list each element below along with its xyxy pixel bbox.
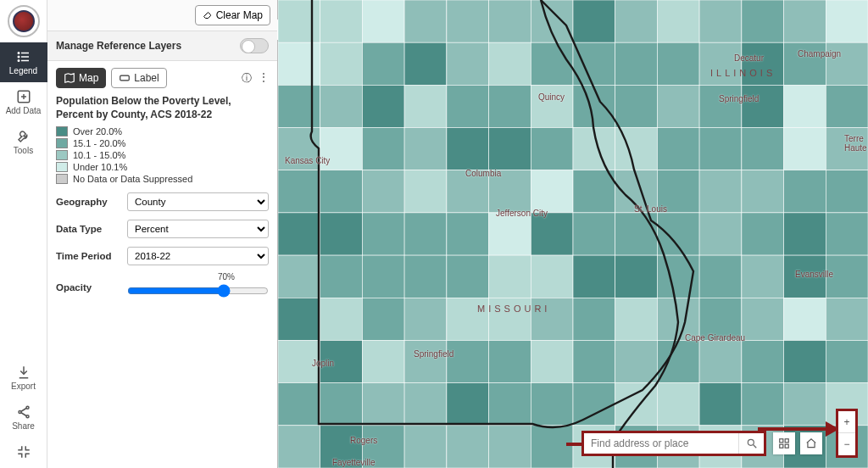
svg-rect-90: [531, 213, 573, 255]
svg-rect-65: [657, 128, 699, 170]
svg-rect-71: [320, 170, 363, 213]
svg-rect-99: [320, 255, 363, 298]
more-icon[interactable]: ⋮: [259, 71, 269, 86]
svg-rect-68: [784, 128, 826, 170]
svg-rect-61: [489, 128, 531, 170]
rail-share[interactable]: Share: [0, 398, 47, 437]
svg-rect-69: [826, 128, 868, 170]
svg-rect-49: [573, 85, 615, 127]
svg-rect-146: [531, 383, 573, 426]
rail-add-data[interactable]: Add Data: [0, 82, 47, 122]
legend-item: No Data or Data Suppressed: [56, 174, 269, 184]
legend-label: 15.1 - 20.0%: [73, 138, 125, 148]
svg-rect-101: [404, 255, 447, 298]
svg-rect-47: [489, 85, 531, 127]
svg-point-5: [18, 60, 19, 62]
svg-rect-83: [826, 170, 868, 213]
svg-rect-125: [826, 298, 868, 340]
svg-point-168: [748, 439, 754, 445]
zoom-in-button[interactable]: +: [838, 411, 855, 433]
search-button[interactable]: [738, 433, 764, 454]
svg-rect-137: [742, 341, 784, 383]
time-period-select[interactable]: 2018-22: [127, 247, 269, 265]
svg-rect-62: [531, 128, 573, 170]
svg-rect-152: [784, 383, 826, 426]
map-canvas[interactable]: MISSOURIILLINOIS Kansas CityColumbiaJeff…: [278, 0, 868, 468]
zoom-out-button[interactable]: −: [838, 433, 855, 455]
rail-tools[interactable]: Tools: [0, 122, 47, 162]
svg-rect-142: [362, 383, 404, 426]
svg-rect-67: [742, 128, 784, 170]
svg-rect-115: [404, 298, 447, 340]
app-logo: [8, 5, 40, 37]
label-tab-label: Label: [134, 72, 159, 84]
svg-rect-23: [657, 0, 699, 42]
svg-rect-88: [447, 213, 489, 255]
svg-rect-55: [826, 85, 868, 127]
svg-rect-157: [404, 426, 447, 468]
opacity-slider[interactable]: [127, 284, 269, 298]
svg-rect-77: [573, 170, 615, 213]
svg-rect-134: [615, 341, 658, 383]
svg-rect-105: [573, 255, 615, 298]
svg-rect-27: [826, 0, 868, 42]
opacity-label: Opacity: [56, 282, 127, 292]
svg-rect-100: [362, 255, 404, 298]
svg-rect-133: [573, 341, 615, 383]
svg-rect-95: [742, 213, 784, 255]
opacity-value: 70%: [218, 272, 235, 281]
svg-rect-171: [785, 439, 788, 443]
manage-layers-label: Manage Reference Layers: [56, 40, 181, 52]
rail-legend-label: Legend: [9, 66, 37, 75]
svg-rect-75: [489, 170, 531, 213]
svg-rect-124: [784, 298, 826, 340]
svg-rect-113: [320, 298, 363, 340]
svg-rect-70: [278, 170, 320, 213]
svg-rect-119: [573, 298, 615, 340]
legend-swatch: [56, 138, 68, 148]
svg-rect-144: [447, 383, 489, 426]
svg-rect-97: [826, 213, 868, 255]
svg-rect-103: [489, 255, 531, 298]
svg-rect-151: [742, 383, 784, 426]
svg-rect-37: [657, 42, 699, 85]
home-extent-button[interactable]: [800, 432, 822, 454]
svg-rect-38: [699, 42, 742, 85]
clear-map-button[interactable]: Clear Map: [195, 5, 270, 25]
manage-layers-toggle[interactable]: [240, 38, 269, 53]
svg-rect-117: [489, 298, 531, 340]
clear-map-label: Clear Map: [216, 9, 263, 21]
rail-export[interactable]: Export: [0, 358, 47, 398]
panel-body: Map Label ⓘ ⋮ Population Below the Pover…: [47, 61, 277, 307]
geography-select[interactable]: County: [127, 192, 269, 211]
plus-square-icon: [16, 89, 31, 104]
svg-rect-73: [404, 170, 447, 213]
rail-collapse[interactable]: [0, 437, 47, 468]
svg-rect-12: [120, 75, 130, 81]
label-icon: [119, 72, 131, 84]
svg-rect-116: [447, 298, 489, 340]
svg-rect-158: [447, 426, 489, 468]
rail-tools-label: Tools: [14, 146, 33, 155]
svg-rect-132: [531, 341, 573, 383]
data-type-select[interactable]: Percent: [127, 220, 269, 238]
svg-rect-110: [784, 255, 826, 298]
legend-panel: Clear Map Manage Reference Layers Map La…: [47, 0, 278, 468]
svg-rect-141: [320, 383, 363, 426]
rail-legend[interactable]: Legend: [0, 42, 47, 82]
grid-icon: [778, 437, 790, 449]
label-tab[interactable]: Label: [111, 68, 166, 88]
svg-rect-15: [320, 0, 363, 42]
map-tab[interactable]: Map: [56, 68, 106, 88]
svg-rect-33: [489, 42, 531, 85]
svg-rect-59: [404, 128, 447, 170]
info-icon[interactable]: ⓘ: [242, 71, 252, 86]
svg-rect-109: [742, 255, 784, 298]
basemap-gallery-button[interactable]: [773, 432, 795, 454]
legend-label: No Data or Data Suppressed: [73, 174, 192, 184]
svg-rect-102: [447, 255, 489, 298]
svg-rect-147: [573, 383, 615, 426]
search-input[interactable]: [584, 437, 738, 449]
svg-rect-122: [699, 298, 742, 340]
zoom-in-label: +: [843, 416, 849, 428]
